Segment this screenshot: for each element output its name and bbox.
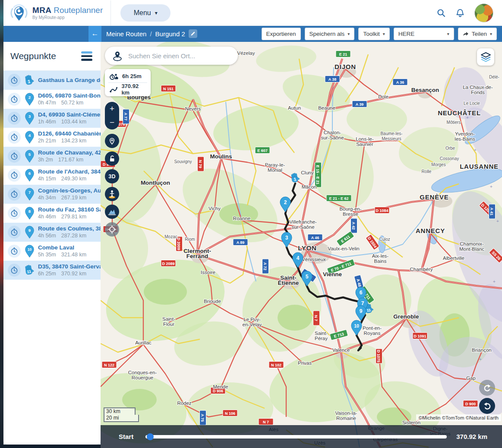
brand-mra: MRA	[32, 6, 51, 15]
redo-button[interactable]	[479, 380, 495, 396]
map-provider-select[interactable]: HERE▾	[394, 28, 454, 40]
undo-icon	[483, 402, 492, 410]
svg-text:9: 9	[360, 308, 363, 314]
city-label: Villefranche-sur-Saône	[289, 219, 317, 230]
waypoint-timing-button[interactable]	[8, 112, 21, 125]
route-slider-bar: Start 370.92 km	[101, 425, 502, 448]
waypoint-timing-button[interactable]	[8, 264, 21, 277]
streetview-button[interactable]	[105, 187, 119, 201]
waypoint-list-menu-icon[interactable]	[80, 50, 94, 62]
waypoint-row-8[interactable]: 8 Route du Faz, 38160 Sai... 4h 46m279.8…	[3, 204, 101, 223]
svg-text:+: +	[474, 148, 477, 152]
save-as-button[interactable]: Speichern als▾	[305, 28, 355, 40]
map-provider-value: HERE	[398, 31, 415, 37]
waypoint-text: Route du Faz, 38160 Sai... 4h 46m279.81 …	[38, 206, 101, 221]
svg-text:E 21: E 21	[339, 52, 347, 57]
city-label: Dole	[378, 94, 388, 99]
3d-view-button[interactable]: 3D	[105, 169, 119, 183]
city-label: Chamonix-Mont-Blanc	[459, 241, 484, 252]
waypoint-text: Route de Chavanay, 42... 3h 2m171.67 km	[38, 149, 101, 164]
road-shield: D 1091	[413, 333, 427, 339]
waypoint-row-1[interactable]: 1 Gasthaus La Grange de ...	[3, 71, 101, 90]
svg-text:A 41: A 41	[489, 208, 494, 216]
waypoint-timing-button[interactable]	[8, 188, 21, 201]
elevation-chart-icon	[107, 207, 117, 216]
waypoint-timing-button[interactable]	[8, 245, 21, 258]
waypoint-row-2[interactable]: 2 D605, 69870 Saint-Bonn... 0h 47m50.72 …	[3, 90, 101, 109]
chevron-down-icon: ▾	[347, 32, 350, 36]
waypoint-row-7[interactable]: 7 Cognin-les-Gorges, Auv... 4h 34m267.19…	[3, 185, 101, 204]
waypoint-marker: 11	[23, 264, 35, 276]
svg-text:11: 11	[27, 269, 32, 274]
breadcrumb-my-routes[interactable]: Meine Routen	[106, 30, 146, 38]
city-label: Rodez	[177, 401, 191, 406]
timing-clock-icon	[10, 76, 18, 84]
timing-clock-icon	[10, 95, 18, 103]
waypoint-distance: 50.72 km	[61, 100, 83, 106]
undo-button[interactable]	[479, 398, 495, 414]
city-label: Mozac	[164, 234, 177, 239]
user-avatar[interactable]	[474, 3, 493, 22]
waypoint-pin-icon: 8	[25, 207, 35, 220]
waypoint-timing-button[interactable]	[8, 169, 21, 182]
svg-text:E 21 - E 62: E 21 - E 62	[329, 196, 348, 201]
city-label: Vénissieux	[302, 257, 326, 262]
waypoint-time: 0h 47m	[38, 100, 56, 106]
waypoint-distance: 370.92 km	[61, 271, 86, 277]
map-layers-button[interactable]	[477, 48, 494, 66]
waypoint-time: 4h 15m	[38, 176, 56, 182]
road-shield: A 41	[489, 204, 496, 219]
map-search-box[interactable]: Suchen Sie einen Ort...	[105, 47, 238, 65]
timing-clock-icon	[10, 114, 18, 122]
svg-text:7: 7	[28, 190, 30, 195]
route-slider-track[interactable]	[145, 435, 447, 439]
waypoint-timing-button[interactable]	[8, 226, 21, 239]
waypoint-row-11[interactable]: 11 D35, 38470 Saint-Gervai... 6h 25m370.…	[3, 261, 101, 280]
share-button[interactable]: Teilen▾	[458, 28, 497, 40]
waypoint-timing-button[interactable]	[8, 93, 21, 106]
waypoint-row-6[interactable]: 6 Route de l'Achard, 3847... 4h 15m249.3…	[3, 166, 101, 185]
elevation-profile-button[interactable]	[105, 205, 119, 219]
city-label: ANNECY	[416, 227, 445, 234]
svg-text:5: 5	[306, 274, 309, 280]
waypoint-pin-icon: 2	[25, 93, 35, 106]
brand-logo[interactable]: MRARouteplanner By MyRoute-app	[3, 3, 103, 22]
route-slider-handle[interactable]	[147, 433, 154, 440]
menu-button[interactable]: Menu ▾	[120, 4, 170, 22]
zoom-out-button[interactable]: −	[105, 116, 119, 129]
waypoint-row-9[interactable]: 9 Route des Coulmes, 38... 4h 56m287.28 …	[3, 223, 101, 242]
waypoint-timing-button[interactable]	[8, 74, 21, 87]
waypoint-row-3[interactable]: 3 D4, 69930 Saint-Clémen... 1h 46m103.44…	[3, 109, 101, 128]
waypoint-row-5[interactable]: 5 Route de Chavanay, 42... 3h 2m171.67 k…	[3, 147, 101, 166]
waypoint-title: Route de Chavanay, 42...	[38, 149, 101, 157]
road-shield: A 46	[308, 234, 322, 241]
waypoint-timing-button[interactable]	[8, 150, 21, 163]
lock-route-button[interactable]	[105, 151, 119, 166]
city-label: LYON	[298, 244, 317, 252]
toolkit-button[interactable]: Toolkit▾	[358, 28, 389, 40]
back-button[interactable]: ←	[88, 25, 101, 42]
waypoint-row-10[interactable]: 10 Combe Laval 5h 35m321.48 km	[3, 242, 101, 261]
add-waypoint-button[interactable]	[105, 134, 119, 148]
breadcrumb: Meine Routen / Burgund 2	[106, 29, 197, 38]
waypoint-timing-button[interactable]	[8, 207, 21, 220]
svg-text:E 15 - E 21: E 15 - E 21	[316, 165, 320, 184]
city-label: Saint-Péray	[315, 331, 328, 341]
locate-me-button[interactable]	[105, 222, 119, 237]
road-shield: E 15 - E 21	[315, 162, 322, 187]
timing-clock-icon	[10, 171, 18, 179]
edit-route-name-button[interactable]	[189, 29, 197, 38]
timing-clock-icon	[10, 209, 18, 217]
waypoint-distance: 279.81 km	[61, 214, 86, 220]
waypoint-timing-button[interactable]	[8, 131, 21, 144]
zoom-in-button[interactable]: +	[105, 102, 119, 116]
notifications-bell-icon[interactable]	[455, 8, 465, 18]
map-canvas[interactable]: ++++++++E 21A 38A 36A 39N 151D 2076A 77E…	[101, 41, 502, 448]
city-label: NEUCHÂTEL	[438, 109, 481, 117]
scale-mi: 20 mi	[104, 415, 139, 422]
export-button[interactable]: Exportieren	[262, 28, 301, 40]
svg-text:N 122: N 122	[104, 363, 114, 367]
waypoint-row-4[interactable]: 4 D126, 69440 Chabanièr... 2h 21m134.23 …	[3, 128, 101, 147]
waypoint-marker: 4	[23, 131, 35, 144]
search-icon[interactable]	[436, 8, 446, 18]
